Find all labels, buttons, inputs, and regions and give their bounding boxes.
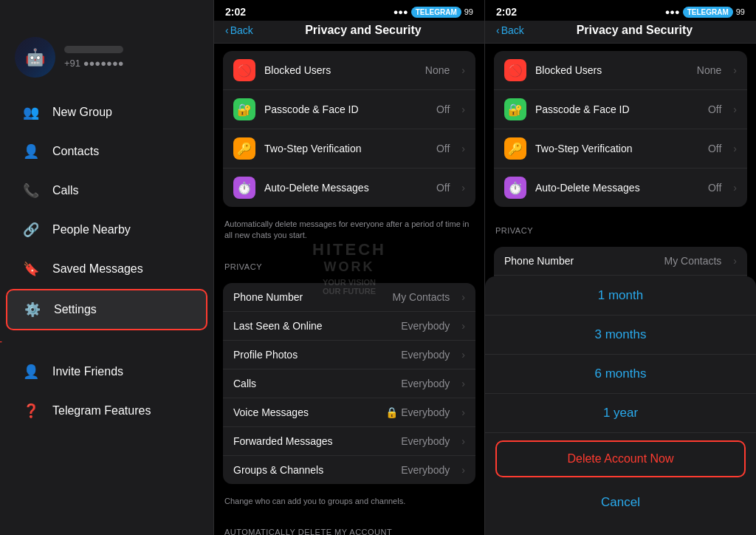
sidebar-item-telegram-features[interactable]: ❓ Telegram Features bbox=[6, 392, 207, 430]
two-step-chevron: › bbox=[461, 143, 465, 154]
middle-back-label: Back bbox=[230, 24, 253, 36]
two-step-value: Off bbox=[436, 143, 450, 154]
right-blocked-users-row[interactable]: 🚫 Blocked Users None › bbox=[494, 51, 747, 90]
right-phone-number-row[interactable]: Phone Number My Contacts › bbox=[494, 247, 747, 276]
right-phone-number-value: My Contacts bbox=[664, 255, 722, 267]
auto-delete-chevron: › bbox=[461, 182, 465, 194]
profile-photos-label: Profile Photos bbox=[233, 349, 392, 361]
voice-messages-value: 🔒 Everybody bbox=[385, 406, 450, 418]
cancel-button[interactable]: Cancel bbox=[485, 485, 756, 520]
groups-channels-label: Groups & Channels bbox=[233, 464, 392, 476]
right-passcode-chevron: › bbox=[733, 103, 737, 115]
right-passcode-row[interactable]: 🔐 Passcode & Face ID Off › bbox=[494, 90, 747, 129]
middle-screen-content[interactable]: 🚫 Blocked Users None › 🔐 Passcode & Face… bbox=[214, 44, 484, 535]
sidebar-item-calls[interactable]: 📞 Calls bbox=[6, 171, 207, 210]
right-auto-delete-row[interactable]: ⏱️ Auto-Delete Messages Off › bbox=[494, 168, 747, 207]
phone-number-value: My Contacts bbox=[393, 291, 450, 303]
phone-number-chevron: › bbox=[461, 291, 465, 303]
blocked-users-value: None bbox=[425, 64, 450, 76]
right-back-button[interactable]: ‹ Back bbox=[496, 24, 524, 36]
red-arrow-icon: ← bbox=[0, 330, 6, 352]
saved-messages-icon: 🔖 bbox=[21, 259, 41, 279]
right-top-section: 🚫 Blocked Users None › 🔐 Passcode & Face… bbox=[494, 51, 747, 207]
passcode-row[interactable]: 🔐 Passcode & Face ID Off › bbox=[223, 90, 475, 129]
voice-messages-label: Voice Messages bbox=[233, 406, 377, 418]
sidebar-item-people-nearby[interactable]: 🔗 People Nearby bbox=[6, 211, 207, 249]
calls-privacy-label: Calls bbox=[233, 378, 392, 389]
privacy-section-header: PRIVACY bbox=[214, 251, 484, 276]
profile-photos-value: Everybody bbox=[401, 349, 450, 361]
groups-channels-value: Everybody bbox=[401, 464, 450, 476]
top-section-footer: Automatically delete messages for everyo… bbox=[214, 214, 484, 251]
sidebar-item-new-group[interactable]: 👥 New Group bbox=[6, 93, 207, 132]
middle-status-bar: 2:02 ●●● TELEGRAM 99 bbox=[214, 0, 484, 21]
middle-telegram-badge: TELEGRAM bbox=[411, 7, 461, 18]
right-status-bar: 2:02 ●●● TELEGRAM 99 bbox=[485, 0, 756, 21]
last-seen-row[interactable]: Last Seen & Online Everybody › bbox=[223, 312, 475, 341]
last-seen-label: Last Seen & Online bbox=[233, 320, 392, 332]
auto-delete-row[interactable]: ⏱️ Auto-Delete Messages Off › bbox=[223, 168, 475, 207]
profile-photos-chevron: › bbox=[461, 349, 465, 361]
calls-icon: 📞 bbox=[21, 180, 41, 201]
right-status-icons: ●●● TELEGRAM 99 bbox=[665, 7, 745, 18]
two-step-row[interactable]: 🔑 Two-Step Verification Off › bbox=[223, 129, 475, 168]
duration-picker-overlay: 1 month 3 months 6 months 1 year Delete … bbox=[485, 276, 756, 535]
sidebar-item-settings[interactable]: ⚙️ Settings bbox=[6, 289, 207, 330]
picker-3-months[interactable]: 3 months bbox=[485, 316, 756, 355]
calls-row[interactable]: Calls Everybody › bbox=[223, 369, 475, 398]
right-telegram-badge: TELEGRAM bbox=[683, 7, 733, 18]
settings-icon: ⚙️ bbox=[22, 299, 43, 320]
right-back-label: Back bbox=[501, 24, 524, 36]
saved-messages-label: Saved Messages bbox=[52, 262, 143, 276]
calls-privacy-value: Everybody bbox=[401, 378, 450, 389]
sidebar-header: 🤖 +91 ●●●●●●● bbox=[0, 0, 213, 89]
invite-friends-icon: 👤 bbox=[21, 361, 41, 382]
groups-channels-row[interactable]: Groups & Channels Everybody › bbox=[223, 456, 475, 484]
autodelete-header: AUTOMATICALLY DELETE MY ACCOUNT bbox=[214, 516, 484, 535]
profile-photos-row[interactable]: Profile Photos Everybody › bbox=[223, 341, 475, 369]
user-phone: +91 ●●●●●●● bbox=[64, 58, 199, 69]
contacts-label: Contacts bbox=[52, 145, 99, 158]
invite-friends-label: Invite Friends bbox=[52, 365, 123, 378]
right-nav-title: Privacy and Security bbox=[524, 24, 745, 37]
voice-messages-chevron: › bbox=[461, 406, 465, 418]
last-seen-value: Everybody bbox=[401, 320, 450, 332]
picker-1-year[interactable]: 1 year bbox=[485, 394, 756, 433]
right-back-chevron: ‹ bbox=[496, 24, 500, 36]
two-step-icon: 🔑 bbox=[233, 137, 255, 160]
passcode-icon: 🔐 bbox=[233, 98, 255, 120]
forwarded-messages-label: Forwarded Messages bbox=[233, 435, 392, 447]
forwarded-messages-value: Everybody bbox=[401, 435, 450, 447]
right-two-step-label: Two-Step Verification bbox=[535, 143, 699, 154]
phone-number-label: Phone Number bbox=[233, 291, 384, 303]
voice-messages-row[interactable]: Voice Messages 🔒 Everybody › bbox=[223, 398, 475, 427]
calls-chevron: › bbox=[461, 378, 465, 389]
middle-nav-bar: ‹ Back Privacy and Security bbox=[214, 21, 484, 44]
sidebar-item-contacts[interactable]: 👤 Contacts bbox=[6, 132, 207, 171]
middle-back-button[interactable]: ‹ Back bbox=[225, 24, 253, 36]
middle-back-chevron: ‹ bbox=[225, 24, 229, 36]
auto-delete-value: Off bbox=[436, 182, 450, 194]
blocked-users-icon: 🚫 bbox=[233, 59, 255, 81]
right-passcode-label: Passcode & Face ID bbox=[535, 103, 699, 115]
blocked-users-row[interactable]: 🚫 Blocked Users None › bbox=[223, 51, 475, 90]
middle-top-section: 🚫 Blocked Users None › 🔐 Passcode & Face… bbox=[223, 51, 475, 207]
picker-6-months[interactable]: 6 months bbox=[485, 355, 756, 394]
delete-account-button[interactable]: Delete Account Now bbox=[495, 440, 746, 477]
right-blocked-users-value: None bbox=[697, 64, 721, 76]
sidebar-item-saved-messages[interactable]: 🔖 Saved Messages bbox=[6, 250, 207, 288]
last-seen-chevron: › bbox=[461, 320, 465, 332]
right-two-step-row[interactable]: 🔑 Two-Step Verification Off › bbox=[494, 129, 747, 168]
forwarded-messages-row[interactable]: Forwarded Messages Everybody › bbox=[223, 427, 475, 456]
right-blocked-users-label: Blocked Users bbox=[535, 64, 688, 76]
right-two-step-value: Off bbox=[708, 143, 721, 154]
right-phone-chevron: › bbox=[733, 255, 737, 267]
right-blocked-chevron: › bbox=[733, 64, 737, 76]
picker-1-month[interactable]: 1 month bbox=[485, 276, 756, 316]
sidebar-nav: 👥 New Group 👤 Contacts 📞 Calls 🔗 People … bbox=[0, 89, 213, 535]
sidebar-item-invite-friends[interactable]: 👤 Invite Friends bbox=[6, 352, 207, 391]
phone-number-row[interactable]: Phone Number My Contacts › bbox=[223, 283, 475, 312]
groups-footer: Change who can add you to groups and cha… bbox=[214, 491, 484, 516]
middle-signal-icon: ●●● bbox=[394, 7, 408, 16]
new-group-icon: 👥 bbox=[21, 102, 41, 123]
